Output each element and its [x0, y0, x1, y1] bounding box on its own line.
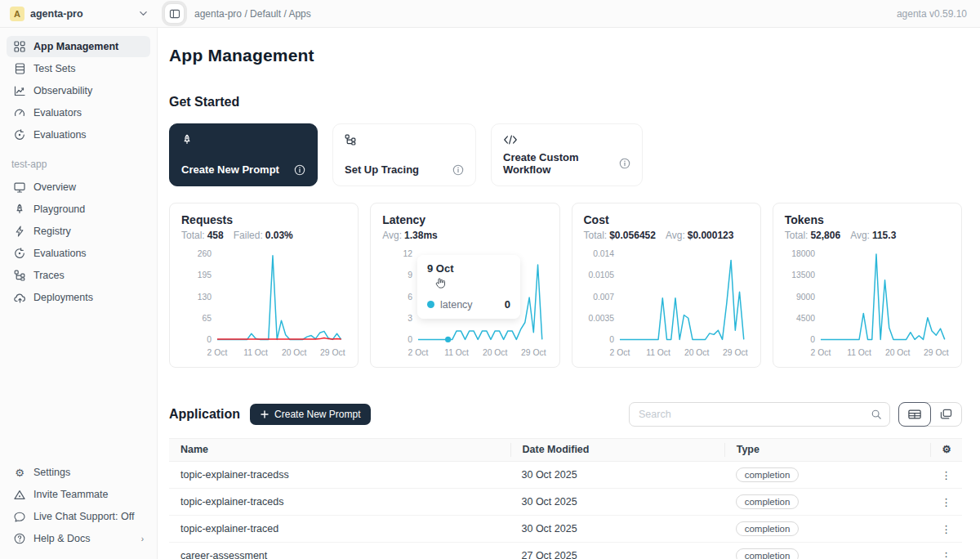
sidebar-item-test-sets[interactable]: Test Sets — [7, 58, 150, 79]
sidebar-item-label: Registry — [33, 226, 71, 237]
sidebar-panel-icon — [169, 8, 180, 20]
column-name[interactable]: Name — [169, 443, 510, 457]
sidebar-item-evaluations[interactable]: Evaluations — [7, 243, 150, 264]
sidebar-item-invite-teammate[interactable]: Invite Teammate — [7, 484, 150, 505]
table-header-row: Name Date Modified Type ⚙ — [169, 438, 962, 462]
chevron-down-icon — [139, 7, 148, 21]
sidebar-item-traces[interactable]: Traces — [7, 265, 150, 286]
sidebar-toggle-button[interactable] — [164, 3, 185, 24]
sidebar-item-evaluations[interactable]: Evaluations — [7, 124, 150, 145]
workspace-name: agenta-pro — [30, 8, 83, 20]
chart-stats: Total:458Failed:0.03% — [181, 230, 346, 241]
sidebar-item-label: App Management — [33, 41, 118, 52]
svg-text:130: 130 — [198, 293, 212, 302]
card-view-icon — [940, 409, 952, 420]
chart-plot-requests[interactable]: 0651301952602 Oct11 Oct20 Oct29 Oct — [181, 248, 346, 362]
cell-name[interactable]: career-assessment — [169, 550, 510, 559]
chart-plot-tokens[interactable]: 04500900013500180002 Oct11 Oct20 Oct29 O… — [785, 248, 950, 362]
row-actions-menu-icon[interactable]: ⋮ — [930, 523, 962, 535]
sidebar-item-registry[interactable]: Registry — [7, 221, 150, 242]
sidebar: App ManagementTest SetsObservabilityEval… — [0, 28, 158, 559]
get-started-card-create-new-prompt[interactable]: Create New Prompt — [169, 123, 318, 186]
svg-text:20 Oct: 20 Oct — [684, 348, 709, 357]
sidebar-item-label: Help & Docs — [33, 533, 90, 544]
table-view-button[interactable] — [898, 402, 931, 427]
row-actions-menu-icon[interactable]: ⋮ — [930, 550, 962, 559]
column-date-modified[interactable]: Date Modified — [510, 443, 724, 457]
plus-icon — [261, 410, 269, 418]
svg-text:20 Oct: 20 Oct — [885, 348, 911, 357]
card-label: Set Up Tracing — [345, 163, 419, 176]
type-badge: completion — [736, 548, 800, 559]
svg-text:11 Oct: 11 Oct — [444, 348, 469, 357]
info-icon[interactable] — [294, 164, 305, 176]
svg-text:11 Oct: 11 Oct — [243, 348, 268, 357]
svg-text:6: 6 — [408, 293, 413, 302]
sidebar-item-label: Traces — [33, 270, 65, 281]
svg-text:11 Oct: 11 Oct — [646, 348, 670, 357]
trace-icon — [345, 134, 464, 149]
cell-name[interactable]: topic-explainer-traced — [169, 523, 510, 534]
svg-text:29 Oct: 29 Oct — [723, 348, 748, 357]
tooltip-series-row: latency 0 — [427, 298, 510, 311]
column-type[interactable]: Type — [724, 443, 930, 457]
sidebar-item-label: Live Chat Support: Off — [33, 511, 134, 522]
tooltip-series-name: latency — [440, 299, 473, 311]
invite-icon — [13, 488, 26, 501]
svg-text:0: 0 — [408, 335, 413, 344]
cell-type: completion — [724, 548, 930, 559]
rocket-icon — [13, 203, 26, 216]
workspace-selector[interactable]: A agenta-pro — [0, 0, 158, 27]
svg-text:9000: 9000 — [796, 293, 815, 302]
cursor-pointer-icon — [434, 276, 510, 293]
row-actions-menu-icon[interactable]: ⋮ — [930, 469, 962, 481]
card-view-button[interactable] — [930, 403, 961, 426]
chart-plot-cost[interactable]: 00.00350.0070.01050.0142 Oct11 Oct20 Oct… — [584, 248, 749, 362]
overview-icon — [13, 181, 26, 194]
svg-text:18000: 18000 — [791, 249, 815, 258]
sidebar-item-label: Test Sets — [33, 63, 75, 74]
table-row[interactable]: topic-explainer-tracedss30 Oct 2025compl… — [169, 462, 962, 489]
sidebar-item-help-docs[interactable]: Help & Docs› — [7, 528, 150, 549]
sidebar-item-live-chat-support-off[interactable]: Live Chat Support: Off — [7, 506, 150, 527]
info-icon[interactable] — [619, 158, 630, 169]
breadcrumb[interactable]: agenta-pro / Default / Apps — [194, 8, 311, 20]
svg-text:2 Oct: 2 Oct — [810, 348, 831, 357]
get-started-card-set-up-tracing[interactable]: Set Up Tracing — [332, 123, 476, 186]
sidebar-item-settings[interactable]: ⚙Settings — [7, 462, 150, 483]
search-input[interactable] — [639, 409, 871, 420]
svg-text:0.014: 0.014 — [593, 249, 614, 258]
chevron-right-icon: › — [141, 534, 144, 543]
table-row[interactable]: career-assessment27 Oct 2025completion⋮ — [169, 543, 962, 559]
create-new-prompt-button[interactable]: Create New Prompt — [250, 404, 371, 425]
grid-icon — [13, 40, 26, 53]
info-icon[interactable] — [452, 164, 464, 176]
sidebar-item-deployments[interactable]: Deployments — [7, 287, 150, 308]
workspace-avatar: A — [10, 7, 24, 21]
sidebar-item-overview[interactable]: Overview — [7, 177, 150, 198]
sidebar-item-observability[interactable]: Observability — [7, 80, 150, 101]
table-settings-gear-icon[interactable]: ⚙ — [930, 443, 962, 457]
table-row[interactable]: topic-explainer-traced30 Oct 2025complet… — [169, 516, 962, 543]
cell-date-modified: 30 Oct 2025 — [510, 496, 724, 508]
cell-name[interactable]: topic-explainer-tracedss — [169, 469, 510, 481]
testsets-icon — [13, 62, 26, 75]
get-started-card-create-custom-workflow[interactable]: Create Custom Workflow — [491, 123, 643, 186]
sidebar-item-playground[interactable]: Playground — [7, 199, 150, 220]
sidebar-item-app-management[interactable]: App Management — [7, 36, 150, 57]
cell-name[interactable]: topic-explainer-traceds — [169, 496, 510, 508]
svg-text:4500: 4500 — [796, 314, 815, 323]
gear-icon: ⚙ — [13, 466, 26, 479]
table-row[interactable]: topic-explainer-traceds30 Oct 2025comple… — [169, 489, 962, 516]
sidebar-item-evaluators[interactable]: Evaluators — [7, 102, 150, 123]
svg-text:11 Oct: 11 Oct — [847, 348, 871, 357]
chart-card-requests: RequestsTotal:458Failed:0.03%06513019526… — [169, 203, 359, 368]
svg-text:29 Oct: 29 Oct — [924, 348, 949, 357]
row-actions-menu-icon[interactable]: ⋮ — [930, 496, 962, 508]
evaluations-icon — [13, 128, 26, 141]
cell-date-modified: 30 Oct 2025 — [510, 523, 724, 534]
main-content: App Management Get Started Create New Pr… — [158, 0, 980, 559]
metric-charts-row: RequestsTotal:458Failed:0.03%06513019526… — [169, 203, 962, 368]
observability-icon — [13, 84, 26, 97]
rocket-icon — [181, 134, 305, 149]
